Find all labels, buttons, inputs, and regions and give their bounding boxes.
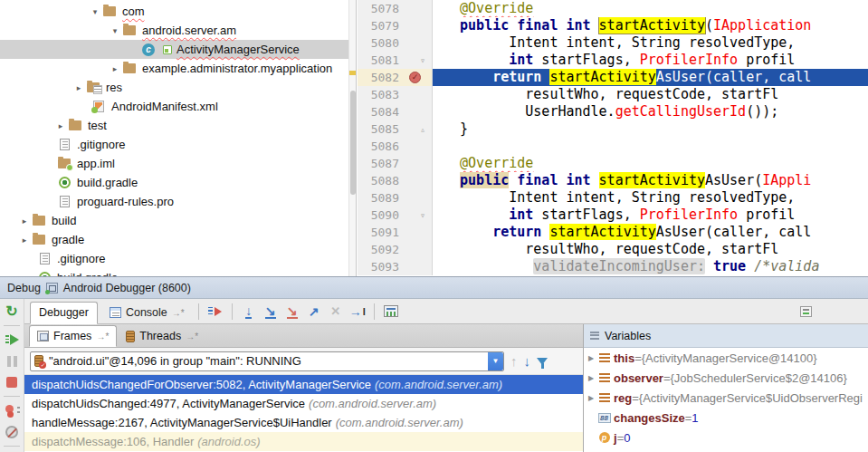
- variable-row[interactable]: ▶ reg = {ActivityManagerService$UidObser…: [584, 388, 868, 408]
- code-line[interactable]: 5091 return startActivityAsUser(caller, …: [358, 224, 868, 241]
- code-text[interactable]: Intent intent, String resolvedType,: [433, 189, 868, 207]
- code-line[interactable]: 5087 @Override: [358, 155, 868, 172]
- gutter-cell[interactable]: 5085▵: [358, 120, 433, 138]
- run-to-cursor-button[interactable]: → I: [347, 301, 368, 322]
- gutter-cell[interactable]: 5087: [358, 155, 433, 172]
- chevron-right-icon[interactable]: ▸: [109, 64, 121, 73]
- tree-item-gitignore-app[interactable]: .gitignore: [0, 135, 356, 154]
- gutter-cell[interactable]: 5082✓: [358, 69, 433, 86]
- chevron-down-icon[interactable]: ▾: [109, 26, 121, 35]
- expand-arrow-icon[interactable]: ▶: [586, 374, 596, 382]
- view-breakpoints-button[interactable]: [2, 402, 22, 419]
- tab-threads[interactable]: Threads →*: [119, 325, 205, 347]
- stack-frame-row[interactable]: dispatchUidsChangedForObserver:5082, Act…: [24, 375, 583, 394]
- code-text[interactable]: resultWho, requestCode, startFl: [433, 86, 868, 103]
- stack-frame-row[interactable]: handleMessage:2167, ActivityManagerServi…: [24, 413, 583, 432]
- tab-frames[interactable]: Frames →*: [29, 325, 117, 347]
- tree-item-test[interactable]: ▸ test: [0, 116, 356, 135]
- code-line[interactable]: 5080 Intent intent, String resolvedType,: [358, 34, 868, 52]
- gutter-cell[interactable]: 5090▿: [358, 207, 433, 224]
- code-text[interactable]: Intent intent, String resolvedType,: [433, 34, 868, 52]
- fold-down-icon[interactable]: ▿: [420, 52, 425, 69]
- code-line[interactable]: 5090▿ int startFlags, ProfilerInfo profi…: [358, 207, 868, 224]
- step-into-button[interactable]: ↘: [260, 301, 281, 322]
- tree-item-example-package[interactable]: ▸ example.administrator.myapplication: [0, 59, 356, 78]
- expand-arrow-icon[interactable]: ▶: [586, 354, 596, 362]
- tree-item-app-iml[interactable]: app.iml: [0, 154, 356, 173]
- gutter-cell[interactable]: 5081▿: [358, 52, 433, 69]
- expand-arrow-icon[interactable]: ▶: [586, 394, 596, 402]
- code-line[interactable]: 5081▿ int startFlags, ProfilerInfo profi…: [358, 52, 868, 69]
- gutter-cell[interactable]: 5091: [358, 224, 433, 241]
- code-text[interactable]: return startActivityAsUser(caller, call: [433, 69, 868, 86]
- debug-header[interactable]: Debug Android Debugger (8600): [0, 277, 868, 299]
- tree-scrollbar[interactable]: [348, 0, 356, 276]
- gutter-cell[interactable]: 5089: [358, 189, 433, 207]
- code-text[interactable]: validateIncomingUser: true /*valida: [433, 258, 868, 275]
- mute-breakpoints-button[interactable]: [2, 423, 22, 440]
- fold-up-icon[interactable]: ▵: [420, 120, 425, 138]
- chevron-right-icon[interactable]: ▸: [54, 121, 67, 130]
- code-line[interactable]: 5085▵ }: [358, 120, 868, 138]
- tree-item-gitignore-root[interactable]: .gitignore: [0, 249, 356, 268]
- chevron-down-icon[interactable]: ▾: [89, 7, 101, 16]
- gutter-cell[interactable]: 5092: [358, 241, 433, 258]
- frame-up-button[interactable]: ↑: [510, 354, 518, 368]
- hide-frames-filter-button[interactable]: [537, 358, 548, 365]
- tree-item-androidmanifest[interactable]: AndroidManifest.xml: [0, 97, 356, 116]
- code-text[interactable]: public final int startActivity(IApplicat…: [433, 17, 868, 34]
- code-line[interactable]: 5083 resultWho, requestCode, startFl: [358, 86, 868, 103]
- code-line[interactable]: 5089 Intent intent, String resolvedType,: [358, 189, 868, 207]
- show-execution-point-button[interactable]: [205, 301, 226, 322]
- code-text[interactable]: @Override: [433, 0, 868, 17]
- chevron-right-icon[interactable]: ▸: [72, 83, 85, 92]
- stack-frame-row[interactable]: dispatchUidsChanged:4977, ActivityManage…: [24, 394, 583, 413]
- code-text[interactable]: UserHandle.getCallingUserId());: [433, 103, 868, 120]
- gutter-cell[interactable]: 5078: [358, 0, 433, 17]
- code-line[interactable]: 5088 public final int startActivityAsUse…: [358, 172, 868, 189]
- rerun-button[interactable]: ↻: [2, 303, 22, 320]
- gutter-cell[interactable]: 5079: [358, 17, 433, 34]
- resume-button[interactable]: [2, 332, 22, 349]
- tree-item-res[interactable]: ▸ res: [0, 78, 356, 97]
- pause-button[interactable]: [2, 352, 22, 370]
- code-text[interactable]: }: [433, 120, 868, 138]
- stack-frame-row[interactable]: dispatchMessage:106, Handler (android.os…: [24, 432, 583, 451]
- code-text[interactable]: @Override: [433, 155, 868, 172]
- gutter-cell[interactable]: 5088: [358, 172, 433, 189]
- force-step-into-button[interactable]: ↘: [281, 301, 303, 322]
- code-line[interactable]: 5086: [358, 138, 868, 155]
- code-line[interactable]: 5082✓ return startActivityAsUser(caller,…: [358, 69, 868, 86]
- gutter-cell[interactable]: 5080: [358, 34, 433, 52]
- fold-down-icon[interactable]: ▿: [420, 207, 425, 224]
- step-over-button[interactable]: ↓: [238, 301, 260, 322]
- code-line[interactable]: 5079 public final int startActivity(IApp…: [358, 17, 868, 34]
- code-text[interactable]: int startFlags, ProfilerInfo profil: [433, 52, 868, 69]
- code-text[interactable]: return startActivityAsUser(caller, call: [433, 224, 868, 241]
- tree-item-gradle[interactable]: ▸ gradle: [0, 230, 356, 249]
- gutter-cell[interactable]: 5093: [358, 258, 433, 275]
- thread-selector-dropdown[interactable]: ✓ "android.ui"@14,096 in group "main": R…: [30, 351, 504, 371]
- tree-item-build[interactable]: ▸ build: [0, 211, 356, 230]
- variable-row[interactable]: ▶ observer = {JobSchedulerService$2@1410…: [584, 368, 868, 388]
- code-text[interactable]: int startFlags, ProfilerInfo profil: [433, 207, 868, 224]
- drop-frame-button[interactable]: ✕: [325, 301, 347, 322]
- code-line[interactable]: 5093 validateIncomingUser: true /*valida: [358, 258, 868, 275]
- step-out-button[interactable]: ↗: [303, 301, 325, 322]
- code-editor-pane[interactable]: 5078 @Override5079 public final int star…: [358, 0, 868, 276]
- tab-console[interactable]: Console →*: [101, 302, 193, 324]
- tab-debugger[interactable]: Debugger: [30, 302, 98, 324]
- code-line[interactable]: 5078 @Override: [358, 0, 868, 17]
- gutter-cell[interactable]: 5086: [358, 138, 433, 155]
- tree-scrollbar-thumb[interactable]: [350, 91, 356, 195]
- code-line[interactable]: 5084 UserHandle.getCallingUserId());: [358, 103, 868, 120]
- code-text[interactable]: public final int startActivityAsUser(IAp…: [433, 172, 868, 189]
- code-line[interactable]: 5092 resultWho, requestCode, startFl: [358, 241, 868, 258]
- tree-item-proguard-rules[interactable]: proguard-rules.pro: [0, 192, 356, 211]
- gutter-cell[interactable]: 5084: [358, 103, 433, 120]
- tree-item-com[interactable]: ▾ com: [0, 2, 356, 21]
- stop-button[interactable]: [2, 373, 22, 390]
- tree-item-build-gradle-root[interactable]: build.gradle: [0, 268, 356, 276]
- chevron-right-icon[interactable]: ▸: [18, 216, 31, 226]
- dropdown-arrow-button[interactable]: ▼: [488, 352, 503, 370]
